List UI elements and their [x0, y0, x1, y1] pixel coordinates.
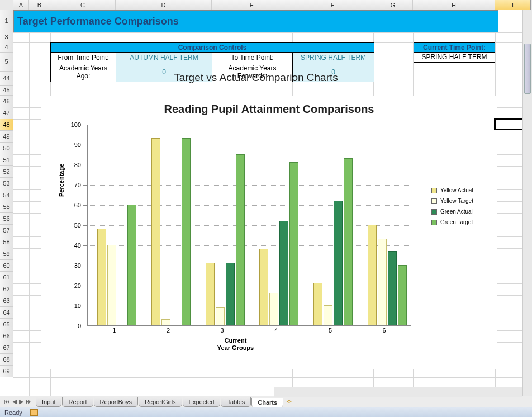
bar-green-target-6 — [398, 265, 407, 325]
col-head-I[interactable]: I — [495, 0, 531, 10]
row-head-69[interactable]: 69 — [0, 366, 13, 377]
legend-swatch — [431, 220, 437, 225]
row-head-45[interactable]: 45 — [0, 86, 13, 96]
chart-container[interactable]: Reading Pupil Attainment Comparisons Per… — [41, 96, 497, 369]
row-head-55[interactable]: 55 — [0, 201, 13, 213]
spreadsheet-grid[interactable]: Target Performance Comparisons Compariso… — [13, 10, 532, 397]
col-head-C[interactable]: C — [50, 0, 116, 10]
bar-yellow-target-5 — [324, 305, 332, 325]
bar-green-target-3 — [236, 154, 245, 325]
row-head-53[interactable]: 53 — [0, 178, 13, 189]
row-head-68[interactable]: 68 — [0, 354, 13, 366]
tab-last-icon[interactable]: ⏭ — [25, 398, 32, 405]
x-category-label: 6 — [358, 327, 411, 334]
legend-item: Green Target — [431, 219, 490, 225]
row-head-47[interactable]: 47 — [0, 107, 13, 119]
bar-yellow-target-6 — [378, 239, 387, 325]
col-head-E[interactable]: E — [212, 0, 292, 10]
tab-first-icon[interactable]: ⏮ — [3, 398, 11, 405]
vertical-scrollbar[interactable] — [522, 10, 532, 397]
bar-green-actual-5 — [334, 201, 343, 325]
bar-green-target-4 — [289, 162, 298, 325]
bar-green-target-5 — [344, 158, 353, 325]
bar-green-actual-6 — [388, 251, 397, 325]
row-head-54[interactable]: 54 — [0, 189, 13, 201]
tab-tables[interactable]: Tables — [221, 397, 251, 407]
bar-yellow-target-3 — [216, 307, 225, 325]
y-tick-label: 20 — [66, 282, 81, 289]
legend-swatch — [431, 188, 437, 193]
row-head-46[interactable]: 46 — [0, 96, 13, 107]
row-head-50[interactable]: 50 — [0, 143, 13, 154]
y-tick-label: 0 — [66, 323, 81, 329]
col-head-A[interactable]: A — [13, 0, 29, 10]
row-head-67[interactable]: 67 — [0, 342, 13, 354]
row-head-51[interactable]: 51 — [0, 154, 13, 166]
macro-record-icon[interactable] — [30, 409, 38, 416]
bar-green-target-1 — [127, 205, 136, 325]
bar-yellow-actual-6 — [368, 225, 377, 325]
legend-label: Green Target — [440, 219, 473, 225]
row-head-61[interactable]: 61 — [0, 272, 13, 283]
tab-input[interactable]: Input — [36, 397, 61, 407]
tab-nav-buttons[interactable]: ⏮ ◀ ▶ ⏭ — [0, 398, 36, 405]
row-head-65[interactable]: 65 — [0, 319, 13, 330]
chart-plot-area: 0102030405060708090100 — [87, 125, 411, 326]
row-head-64[interactable]: 64 — [0, 307, 13, 319]
bar-yellow-target-1 — [107, 245, 116, 325]
column-headers: ABCDEFGHI — [0, 0, 532, 10]
chart-body: Percentage 0102030405060708090100 123456… — [47, 121, 491, 353]
row-head-63[interactable]: 63 — [0, 295, 13, 307]
sheet-tab-bar: ⏮ ◀ ▶ ⏭ InputReportReportBoysReportGirls… — [0, 396, 532, 407]
y-tick-label: 70 — [66, 182, 81, 188]
bar-green-actual-4 — [279, 221, 288, 325]
row-head-5[interactable]: 5 — [0, 53, 13, 72]
to-time-point-value[interactable]: SPRING HALF TERM — [293, 53, 374, 63]
section-title: Target vs Actual Comparion Charts — [13, 72, 498, 86]
to-time-point-label: To Time Point: — [212, 53, 293, 63]
legend-item: Green Actual — [431, 209, 490, 215]
legend-label: Green Actual — [440, 209, 473, 215]
row-head-3[interactable]: 3 — [0, 32, 13, 42]
col-head-H[interactable]: H — [413, 0, 495, 10]
bar-yellow-actual-4 — [259, 249, 268, 325]
legend-item: Yellow Actual — [431, 187, 490, 193]
row-head-59[interactable]: 59 — [0, 248, 13, 260]
row-head-49[interactable]: 49 — [0, 131, 13, 143]
from-time-point-value[interactable]: AUTUMN HALF TERM — [116, 53, 212, 63]
current-time-point-value: SPRING HALF TERM — [414, 53, 495, 63]
row-head-1[interactable]: 1 — [0, 10, 13, 32]
col-head-D[interactable]: D — [116, 0, 212, 10]
x-category-label: 2 — [141, 327, 195, 334]
row-head-60[interactable]: 60 — [0, 260, 13, 272]
spreadsheet-app: ABCDEFGHI 134544454647484950515253545556… — [0, 0, 532, 417]
row-head-62[interactable]: 62 — [0, 283, 13, 295]
col-head-B[interactable]: B — [29, 0, 50, 10]
row-head-52[interactable]: 52 — [0, 166, 13, 178]
horizontal-scrollbar[interactable] — [274, 387, 522, 397]
row-head-58[interactable]: 58 — [0, 236, 13, 248]
tab-next-icon[interactable]: ▶ — [18, 398, 24, 405]
bar-yellow-target-2 — [162, 319, 170, 325]
x-category-label: 3 — [196, 327, 249, 334]
tab-prev-icon[interactable]: ◀ — [12, 398, 17, 405]
row-head-56[interactable]: 56 — [0, 213, 13, 225]
title-banner: Target Performance Comparisons — [13, 10, 498, 32]
tab-expected[interactable]: Expected — [183, 397, 221, 407]
bar-yellow-actual-3 — [206, 263, 215, 325]
select-all-corner[interactable] — [0, 0, 13, 10]
tab-charts[interactable]: Charts — [251, 398, 283, 407]
col-head-G[interactable]: G — [373, 0, 413, 10]
new-sheet-icon[interactable]: ✧ — [286, 397, 292, 406]
tab-report[interactable]: Report — [62, 397, 93, 407]
tab-reportboys[interactable]: ReportBoys — [94, 397, 138, 407]
chart-title: Reading Pupil Attainment Comparisons — [41, 96, 497, 119]
col-head-F[interactable]: F — [292, 0, 373, 10]
row-head-44[interactable]: 44 — [0, 72, 13, 86]
row-head-57[interactable]: 57 — [0, 225, 13, 236]
row-head-4[interactable]: 4 — [0, 42, 13, 53]
row-head-48[interactable]: 48 — [0, 119, 13, 131]
row-head-66[interactable]: 66 — [0, 330, 13, 342]
tab-reportgirls[interactable]: ReportGirls — [139, 397, 182, 407]
vertical-scroll-thumb[interactable] — [524, 44, 531, 94]
